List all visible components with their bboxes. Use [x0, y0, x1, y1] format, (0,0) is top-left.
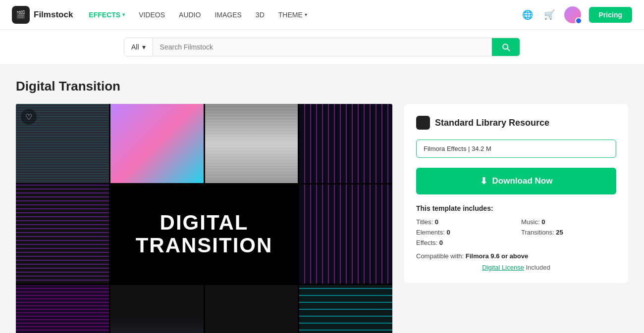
shield-icon: 🛡	[416, 116, 430, 130]
glitch-dark-overlay	[16, 285, 109, 333]
glitch-v2-overlay	[299, 185, 392, 284]
license-row: Digital License Included	[416, 264, 616, 271]
search-container: All ▾	[124, 38, 520, 56]
cyan-overlay	[299, 285, 392, 333]
effects-row: Effects: 0	[416, 239, 511, 246]
file-info-box: Filmora Effects | 34.2 M	[416, 140, 616, 158]
right-panel: 🛡 Standard Library Resource Filmora Effe…	[404, 104, 628, 283]
header: 🎬 Filmstock EFFECTS ▾ VIDEOS AUDIO IMAGE…	[0, 0, 644, 30]
main-content: Digital Transition	[0, 65, 644, 333]
video-cell-4	[299, 104, 392, 183]
logo-icon: 🎬	[12, 6, 30, 24]
includes-grid: Titles: 0 Music: 0 Elements: 0 Transitio…	[416, 218, 616, 246]
search-bar-area: All ▾	[0, 30, 644, 65]
download-label: Download Now	[492, 176, 553, 186]
nav-3d[interactable]: 3D	[256, 11, 265, 19]
pricing-button[interactable]: Pricing	[589, 7, 632, 23]
video-panel: DIGITAL TRANSITION	[16, 104, 392, 333]
cart-icon[interactable]: 🛒	[542, 8, 556, 22]
search-button[interactable]	[492, 38, 520, 56]
digital-title: DIGITAL TRANSITION	[136, 211, 273, 257]
music-row: Music: 0	[521, 218, 616, 226]
search-input[interactable]	[153, 38, 492, 56]
titles-row: Titles: 0	[416, 218, 511, 226]
resource-header: 🛡 Standard Library Resource	[416, 116, 616, 130]
globe-icon[interactable]: 🌐	[521, 8, 535, 22]
page-title: Digital Transition	[16, 79, 628, 94]
chevron-down-icon: ▾	[142, 43, 146, 51]
glitch-noisy-overlay	[205, 104, 298, 183]
download-icon: ⬇	[480, 176, 487, 187]
transitions-row: Transitions: 25	[521, 229, 616, 236]
nav-effects[interactable]: EFFECTS ▾	[89, 11, 125, 19]
video-cell-8	[110, 285, 204, 333]
video-cell-6	[299, 185, 392, 284]
digital-license-link[interactable]: Digital License	[482, 264, 524, 271]
video-cell-10	[299, 285, 392, 333]
glitch-purple-overlay	[16, 185, 109, 284]
elements-row: Elements: 0	[416, 229, 511, 236]
avatar-badge	[575, 17, 582, 24]
download-button[interactable]: ⬇ Download Now	[416, 168, 616, 194]
avatar[interactable]	[564, 6, 581, 23]
video-cell-2	[110, 104, 204, 183]
nav-images[interactable]: IMAGES	[215, 11, 241, 19]
compatible-row: Compatible with: Filmora 9.6 or above	[416, 252, 616, 260]
dark-cell	[205, 285, 298, 333]
video-cell-9	[205, 285, 298, 333]
video-cell-7	[16, 285, 109, 333]
video-center-cell: DIGITAL TRANSITION	[110, 185, 298, 284]
video-grid: DIGITAL TRANSITION	[16, 104, 392, 333]
header-right: 🌐 🛒 Pricing	[521, 6, 632, 23]
main-nav: EFFECTS ▾ VIDEOS AUDIO IMAGES 3D THEME ▾	[89, 11, 504, 19]
search-category-select[interactable]: All ▾	[124, 38, 153, 56]
nav-videos[interactable]: VIDEOS	[139, 11, 165, 19]
nav-audio[interactable]: AUDIO	[179, 11, 201, 19]
video-cell-3	[205, 104, 298, 183]
chevron-down-icon: ▾	[122, 12, 125, 17]
favorite-button[interactable]: ♡	[21, 109, 37, 125]
video-cell-5	[16, 185, 109, 284]
resource-title: Standard Library Resource	[435, 118, 549, 128]
nav-theme[interactable]: THEME ▾	[278, 11, 307, 19]
search-icon	[501, 42, 511, 52]
chevron-down-icon: ▾	[305, 12, 307, 17]
template-includes-heading: This template includes:	[416, 204, 616, 212]
content-row: DIGITAL TRANSITION	[16, 104, 628, 333]
glitch-vertical-overlay	[299, 104, 392, 183]
logo-text: Filmstock	[34, 10, 73, 20]
license-included-text: Included	[526, 264, 550, 271]
water-overlay	[110, 285, 204, 333]
logo[interactable]: 🎬 Filmstock	[12, 6, 73, 24]
